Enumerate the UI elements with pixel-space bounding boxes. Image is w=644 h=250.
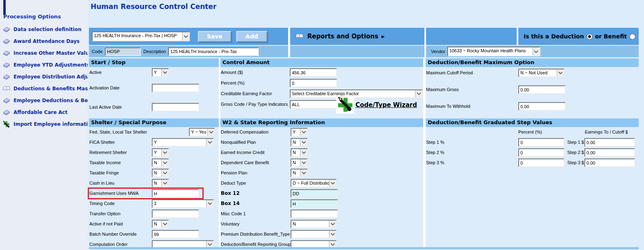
field-label: Active if not Paid [89,221,123,226]
add-button[interactable]: Add [236,31,267,42]
taxable-income-select[interactable]: N [152,158,169,167]
select-value: N [291,221,329,228]
chevron-down-icon [206,139,213,146]
sidebar-item-affordable-care-act[interactable]: Affordable Care Act [2,106,88,118]
sidebar-item-label: Increase Other Master Values [13,50,95,56]
field-row-box-14: Box 14 [220,199,424,208]
field-label: FICA Shelter [89,140,115,145]
description-input[interactable] [168,47,259,56]
last-active-date-input[interactable] [152,103,199,112]
chevron-down-icon [161,149,168,156]
select-value [291,231,329,238]
deduction-radio[interactable] [586,33,593,40]
field-row-fed-state-local-tax-shelter: Fed, State, Local Tax ShelterY ~ Yes [89,128,219,136]
gross-code-pay-type-indicators-input[interactable] [290,100,337,109]
blank-band [290,46,424,57]
sidebar-item-deductions-benefits-master[interactable]: Deductions & Benefits Master [2,83,88,94]
chevron-down-icon [161,159,168,166]
amount-input[interactable] [290,68,337,77]
section-header-start-stop: Start / Stop [89,58,219,67]
pension-plan-select[interactable]: N [291,169,308,177]
activation-date-input[interactable] [152,84,199,92]
toolbar-band: 125 HEALTH Insurance - Pre-Tax | HOSP Sa… [89,28,288,45]
field-row-activation-date: Activation Date [89,84,219,92]
benefit-radio[interactable] [629,33,635,40]
code-type-wizard-link[interactable]: Code/Type Wizard [355,101,417,109]
cash-in-lieu-select[interactable]: N [152,179,169,188]
maximum-cutoff-period-select[interactable]: N ~ Not Used [518,69,564,77]
dependent-care-benefit-select[interactable]: N [291,158,308,167]
field-row-deduct-type: Deduct TypeD ~ Full Distributio [220,179,424,188]
timing-code-select[interactable]: 3 [152,199,214,208]
sidebar-item-employee-distribution-adjustment[interactable]: Employee Distribution Adjustment [2,71,88,83]
section-header-maximum-option: Deduction/Benefit Maximum Option [426,58,639,67]
field-row-last-active-date: Last Active Date [89,103,219,112]
box-14-input[interactable] [291,199,338,208]
vendor-select[interactable]: 10633 ~ Rocky Mountain Health Plans [447,47,540,56]
field-label: Voluntary [221,221,240,226]
sidebar-item-data-selection-definition[interactable]: Data selection definition [2,23,88,35]
select-value: 3 [153,200,206,207]
garnishment-uses-mwa-input[interactable] [152,189,199,198]
transfer-option-input[interactable] [152,210,199,218]
misc-code-1-input[interactable] [291,210,338,218]
maximum-gross-input[interactable] [518,85,566,94]
field-label: Cash in Lieu [89,181,114,185]
sidebar-item-employee-deductions-benefits[interactable]: Employee Deductions & Benefits [2,94,88,106]
field-label: Maximum To Withhold [426,104,470,109]
fed-state-local-tax-shelter-select[interactable]: Y ~ Yes [189,128,215,136]
field-label: Misc Code 1 [221,211,246,216]
step-percent-label: Step 3 % [426,160,444,165]
field-label: Batch Number Override [89,232,137,237]
field-label: Garnishment Uses MWA [89,191,139,196]
book-open-icon [2,85,11,92]
sidebar-item-increase-other-master-values[interactable]: Increase Other Master Values [2,47,88,59]
select-value: N [291,159,300,166]
voluntary-select[interactable]: N [291,220,337,228]
sidebar-item-import-employee-information[interactable]: Import Employee information [2,118,88,130]
step-1-input[interactable] [584,138,635,147]
sidebar-item-label: Affordable Care Act [13,109,67,115]
active-select[interactable]: Y [152,68,169,77]
percent-input[interactable] [290,79,337,87]
field-label: Transfer Option [89,211,120,216]
field-row-transfer-option: Transfer Option [89,210,219,218]
reports-and-options-label: Reports and Options [307,33,378,40]
box-12-input[interactable] [291,189,338,198]
book-closed-icon [2,38,11,45]
fica-shelter-select[interactable]: Y [152,138,214,147]
maximum-to-withhold-input[interactable] [518,102,566,111]
nonqualified-plan-select[interactable]: N [291,138,308,147]
reports-band[interactable]: Reports and Options ▸ [290,28,424,45]
deduction-benefit-selector[interactable]: 125 HEALTH Insurance - Pre-Tax | HOSP [92,31,190,41]
step-3-input[interactable] [518,158,564,167]
sidebar-item-employee-ytd-adjustments[interactable]: Employee YTD Adjustments [2,59,88,71]
premium-distribution-benefit-type-select[interactable] [291,230,337,239]
sidebar-item-label: Deductions & Benefits Master [13,86,96,92]
earned-income-credit-select[interactable]: N [291,148,308,157]
sidebar-item-award-attendance-days[interactable]: Award Attendance Days [2,35,88,47]
save-button[interactable]: Save [198,31,231,42]
retirement-shelter-select[interactable]: Y [152,148,169,157]
field-label: Earned Income Credit [221,150,264,155]
code-type-wizard[interactable]: Code/Type Wizard [336,96,417,114]
deduct-type-select[interactable]: D ~ Full Distributio [291,179,337,188]
step-2-input[interactable] [518,148,564,157]
field-row-nonqualified-plan: Nonqualified PlanN [220,138,424,147]
deferred-compensation-select[interactable]: Y [291,128,308,136]
chevron-down-icon [161,170,168,176]
step-1-input[interactable] [518,138,564,147]
active-if-not-paid-select[interactable]: N [152,220,169,228]
main-panel: Human Resource Control Center 125 HEALTH… [88,0,644,250]
step-2-input[interactable] [584,148,635,157]
step-3-input[interactable] [584,158,635,167]
select-value: N [291,139,300,146]
taxable-fringe-select[interactable]: N [152,169,169,177]
step-row: Step 3 %Step 3 $ [426,158,639,167]
maximum-option-section: Maximum Cutoff PeriodN ~ Not UsedMaximum… [426,67,639,119]
chevron-down-icon [300,149,307,156]
sidebar-item-label: Import Employee information [13,121,95,127]
code-input[interactable] [105,47,141,56]
batch-number-override-input[interactable] [152,230,199,239]
step-amount-label: Step 2 $ [567,150,584,155]
